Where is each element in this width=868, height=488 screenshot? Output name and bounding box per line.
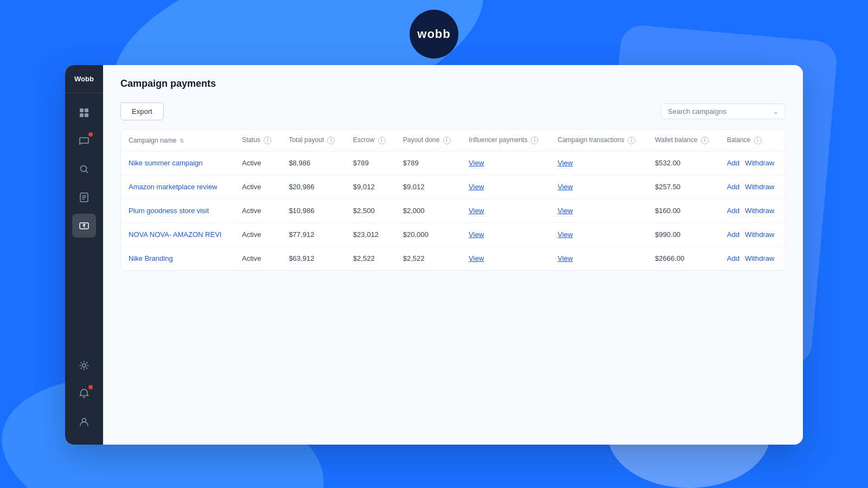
- sidebar-item-payments[interactable]: ₹: [72, 214, 96, 237]
- campaign-link-4[interactable]: Nike Branding: [129, 254, 173, 262]
- cell-escrow: $2,522: [346, 247, 395, 271]
- balance-info-icon[interactable]: i: [754, 137, 762, 144]
- balance-actions-1: Add Withdraw: [727, 183, 777, 191]
- cell-influencer-payments: View: [461, 175, 550, 199]
- sidebar-item-messages[interactable]: [72, 129, 96, 153]
- balance-actions-2: Add Withdraw: [727, 207, 777, 215]
- cell-payout-done: $2,522: [395, 247, 461, 271]
- status-badge-1: Active: [242, 183, 261, 191]
- cell-campaign-name: Plum goodness store visit: [121, 199, 234, 223]
- cell-total-payout: $10,986: [281, 199, 345, 223]
- sidebar-item-profile[interactable]: [72, 410, 96, 434]
- cell-campaign-transactions: View: [550, 199, 647, 223]
- sidebar-item-settings[interactable]: [72, 354, 96, 377]
- cell-payout-done: $20,000: [395, 223, 461, 247]
- sort-icon: ⇅: [180, 138, 184, 144]
- col-escrow: Escrow i: [346, 130, 395, 151]
- cell-payout-done: $789: [395, 151, 461, 175]
- cell-campaign-transactions: View: [550, 175, 647, 199]
- sidebar-item-notifications[interactable]: [72, 382, 96, 406]
- payout-done-info-icon[interactable]: i: [443, 137, 451, 144]
- influencer-payments-view-0[interactable]: View: [469, 159, 484, 167]
- logo-text: wobb: [417, 27, 450, 41]
- influencer-payments-view-2[interactable]: View: [469, 207, 484, 215]
- total-payout-info-icon[interactable]: i: [327, 137, 335, 144]
- table-row: Nike Branding Active $63,912 $2,522 $2,5…: [121, 247, 785, 271]
- svg-rect-1: [85, 108, 88, 112]
- sidebar-item-dashboard[interactable]: [72, 101, 96, 125]
- table-row: Plum goodness store visit Active $10,986…: [121, 199, 785, 223]
- page-title: Campaign payments: [120, 78, 786, 89]
- cell-total-payout: $63,912: [281, 247, 345, 271]
- col-campaign-transactions: Campaign transactions i: [550, 130, 647, 151]
- escrow-info-icon[interactable]: i: [378, 137, 386, 144]
- influencer-payments-view-1[interactable]: View: [469, 183, 484, 191]
- status-badge-3: Active: [242, 230, 261, 239]
- cell-status: Active: [234, 223, 281, 247]
- cell-balance-actions: Add Withdraw: [719, 247, 785, 271]
- withdraw-button-3[interactable]: Withdraw: [745, 230, 774, 239]
- cell-escrow: $2,500: [346, 199, 395, 223]
- campaign-link-2[interactable]: Plum goodness store visit: [129, 207, 209, 215]
- campaign-transactions-view-0[interactable]: View: [558, 159, 573, 167]
- main-content: Campaign payments Export ⌄ Campaign name…: [103, 65, 803, 445]
- col-campaign-name: Campaign name ⇅: [121, 130, 234, 151]
- add-button-0[interactable]: Add: [727, 159, 739, 167]
- svg-point-4: [81, 166, 87, 172]
- status-info-icon[interactable]: i: [264, 137, 271, 144]
- campaign-transactions-view-1[interactable]: View: [558, 183, 573, 191]
- col-status: Status i: [234, 130, 281, 151]
- sidebar-item-reports[interactable]: [72, 185, 96, 209]
- svg-rect-3: [85, 113, 88, 117]
- cell-influencer-payments: View: [461, 223, 550, 247]
- search-input[interactable]: [668, 107, 769, 115]
- toolbar: Export ⌄: [120, 102, 786, 120]
- app-logo: wobb: [410, 10, 458, 59]
- influencer-payments-view-4[interactable]: View: [469, 254, 484, 262]
- influencer-payments-view-3[interactable]: View: [469, 230, 484, 239]
- cell-balance-actions: Add Withdraw: [719, 199, 785, 223]
- main-container: Wobb: [65, 65, 803, 445]
- campaign-transactions-view-3[interactable]: View: [558, 230, 573, 239]
- cell-campaign-transactions: View: [550, 247, 647, 271]
- withdraw-button-4[interactable]: Withdraw: [745, 254, 774, 262]
- campaign-transactions-info-icon[interactable]: i: [628, 137, 635, 144]
- add-button-3[interactable]: Add: [727, 230, 739, 239]
- cell-campaign-name: Nike summer campaign: [121, 151, 234, 175]
- cell-campaign-transactions: View: [550, 223, 647, 247]
- sidebar-item-search[interactable]: [72, 157, 96, 181]
- campaign-transactions-view-4[interactable]: View: [558, 254, 573, 262]
- cell-campaign-name: NOVA NOVA- AMAZON REVI: [121, 223, 234, 247]
- messages-badge: [88, 132, 93, 137]
- campaign-link-3[interactable]: NOVA NOVA- AMAZON REVI: [129, 230, 221, 239]
- cell-campaign-name: Nike Branding: [121, 247, 234, 271]
- balance-actions-0: Add Withdraw: [727, 159, 777, 167]
- status-badge-0: Active: [242, 159, 261, 167]
- wallet-balance-info-icon[interactable]: i: [701, 137, 709, 144]
- cell-balance-actions: Add Withdraw: [719, 223, 785, 247]
- campaign-transactions-view-2[interactable]: View: [558, 207, 573, 215]
- add-button-2[interactable]: Add: [727, 207, 739, 215]
- add-button-1[interactable]: Add: [727, 183, 739, 191]
- balance-actions-4: Add Withdraw: [727, 254, 777, 262]
- col-influencer-payments: Influencer payments i: [461, 130, 550, 151]
- withdraw-button-1[interactable]: Withdraw: [745, 183, 774, 191]
- withdraw-button-0[interactable]: Withdraw: [745, 159, 774, 167]
- svg-text:₹: ₹: [82, 223, 86, 229]
- influencer-payments-info-icon[interactable]: i: [531, 137, 538, 144]
- campaign-link-1[interactable]: Amazon marketplace review: [129, 183, 217, 191]
- cell-escrow: $789: [346, 151, 395, 175]
- chevron-down-icon: ⌄: [773, 108, 778, 115]
- sidebar: Wobb: [65, 65, 103, 445]
- cell-escrow: $9,012: [346, 175, 395, 199]
- cell-payout-done: $2,000: [395, 199, 461, 223]
- campaign-link-0[interactable]: Nike summer campaign: [129, 159, 203, 167]
- cell-influencer-payments: View: [461, 151, 550, 175]
- export-button[interactable]: Export: [120, 102, 164, 120]
- withdraw-button-2[interactable]: Withdraw: [745, 207, 774, 215]
- cell-total-payout: $8,986: [281, 151, 345, 175]
- col-payout-done: Payout done i: [395, 130, 461, 151]
- cell-campaign-name: Amazon marketplace review: [121, 175, 234, 199]
- campaigns-table: Campaign name ⇅ Status i Total payout i …: [120, 129, 786, 271]
- add-button-4[interactable]: Add: [727, 254, 739, 262]
